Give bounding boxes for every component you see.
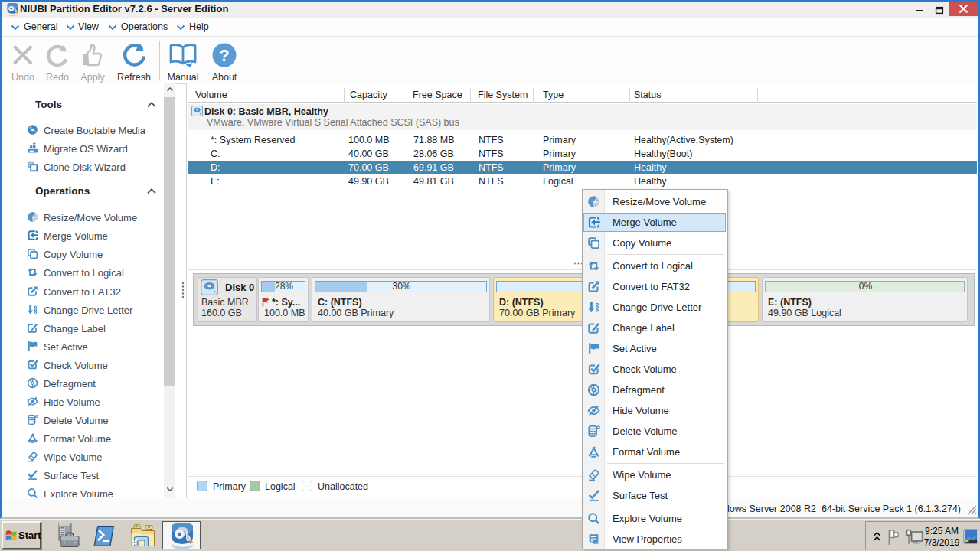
svg-text:?: ? [219,46,229,65]
